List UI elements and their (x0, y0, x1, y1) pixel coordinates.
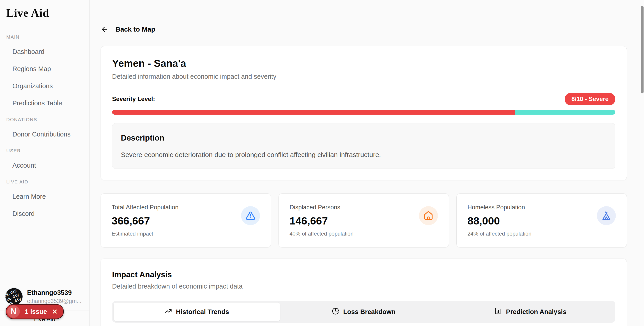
impact-tabbar: Historical Trends Loss Breakdown Predict… (112, 301, 615, 322)
trending-up-icon (164, 307, 172, 316)
severity-progress-fill (112, 110, 515, 115)
issue-badge[interactable]: N 1 Issue ✕ (6, 304, 64, 319)
back-to-map-label: Back to Map (116, 26, 155, 33)
region-detail-card: Yemen - Sana'a Detailed information abou… (100, 46, 627, 180)
avatar: crack.diy crack.diy crack.diy (6, 288, 22, 305)
sidebar-item-predictions-table[interactable]: Predictions Table (0, 100, 89, 107)
sidebar-nav: MAIN Dashboard Regions Map Organizations… (0, 34, 89, 227)
sidebar-item-organizations[interactable]: Organizations (0, 83, 89, 89)
tab-label: Historical Trends (176, 308, 229, 316)
nav-section-donations: DONATIONS (0, 117, 89, 122)
main-content: Back to Map Yemen - Sana'a Detailed info… (90, 0, 640, 326)
severity-badge: 8/10 - Severe (565, 93, 615, 105)
sidebar: Live Aid MAIN Dashboard Regions Map Orga… (0, 0, 90, 326)
app-logo: Live Aid (0, 0, 89, 20)
vertical-scrollbar[interactable] (640, 0, 644, 326)
tab-label: Loss Breakdown (343, 308, 396, 316)
impact-subtitle: Detailed breakdown of economic impact da… (112, 283, 615, 290)
description-box: Description Severe economic deterioratio… (112, 123, 615, 169)
sidebar-item-dashboard[interactable]: Dashboard (0, 48, 89, 55)
stat-value: 88,000 (468, 215, 532, 227)
sidebar-item-regions-map[interactable]: Regions Map (0, 66, 89, 72)
description-text: Severe economic deterioration due to pro… (121, 151, 606, 159)
stat-subtext: Estimated impact (112, 231, 178, 237)
profile-username: Ethanngo3539 (27, 289, 82, 296)
stat-label: Total Affected Population (112, 204, 178, 211)
severity-label: Severity Level: (112, 96, 155, 103)
profile-email: ethanngo3539@gm... (27, 298, 82, 304)
alert-triangle-icon (241, 206, 260, 225)
bar-chart-icon (495, 307, 502, 316)
stat-subtext: 40% of affected population (290, 231, 354, 237)
back-to-map-button[interactable]: Back to Map (100, 25, 155, 33)
tab-label: Prediction Analysis (506, 308, 566, 316)
nav-section-live-aid: LIVE AID (0, 179, 89, 185)
sidebar-item-learn-more[interactable]: Learn More (0, 193, 89, 200)
stat-label: Homeless Population (468, 204, 532, 211)
house-icon (419, 206, 438, 225)
arrow-left-icon (100, 25, 109, 33)
nextjs-logo-icon: N (7, 305, 20, 318)
page-subtitle: Detailed information about economic impa… (112, 73, 615, 80)
page-title: Yemen - Sana'a (112, 58, 615, 69)
tab-loss-breakdown[interactable]: Loss Breakdown (280, 302, 447, 321)
stat-subtext: 24% of affected population (468, 231, 532, 237)
stat-value: 366,667 (112, 215, 178, 227)
sidebar-item-account[interactable]: Account (0, 162, 89, 169)
description-heading: Description (121, 133, 606, 142)
stat-card-homeless: Homeless Population 88,000 24% of affect… (456, 193, 627, 247)
stat-value: 146,667 (290, 215, 354, 227)
pie-chart-icon (332, 307, 339, 316)
impact-title: Impact Analysis (112, 270, 615, 279)
nav-section-user: USER (0, 148, 89, 153)
sidebar-item-donor-contributions[interactable]: Donor Contributions (0, 131, 89, 138)
issue-count-label: 1 Issue (25, 308, 47, 315)
stat-card-total-affected: Total Affected Population 366,667 Estima… (100, 193, 271, 247)
tab-prediction-analysis[interactable]: Prediction Analysis (447, 302, 614, 321)
tent-icon (597, 206, 616, 225)
sidebar-item-discord[interactable]: Discord (0, 210, 89, 217)
stat-cards-row: Total Affected Population 366,667 Estima… (100, 193, 627, 247)
tab-historical-trends[interactable]: Historical Trends (114, 302, 280, 321)
stat-card-displaced: Displaced Persons 146,667 40% of affecte… (278, 193, 449, 247)
stat-label: Displaced Persons (290, 204, 354, 211)
scrollbar-thumb[interactable] (641, 6, 644, 93)
impact-analysis-card: Impact Analysis Detailed breakdown of ec… (100, 258, 627, 326)
severity-progress-bar (112, 110, 615, 115)
close-icon[interactable]: ✕ (52, 308, 58, 316)
nav-section-main: MAIN (0, 34, 89, 40)
